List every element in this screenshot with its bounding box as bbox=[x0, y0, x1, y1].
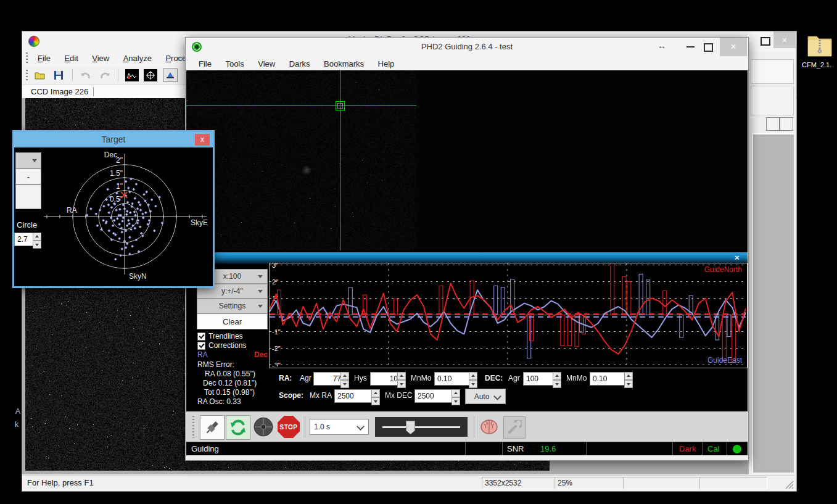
panel-button[interactable] bbox=[766, 117, 780, 131]
minimize-button[interactable] bbox=[687, 46, 695, 48]
connect-equipment-button[interactable] bbox=[200, 415, 225, 440]
pin-arrows-icon[interactable]: ↔ bbox=[658, 41, 666, 51]
scope-params-label: Scope: bbox=[279, 391, 303, 400]
phd2-bottom-edge bbox=[186, 455, 748, 460]
checkbox-checked-icon bbox=[197, 342, 205, 350]
checkbox-checked-icon bbox=[197, 333, 205, 341]
dec-agr-input[interactable]: 100 bbox=[523, 372, 556, 386]
dec-mode-dropdown[interactable]: Auto bbox=[465, 389, 506, 404]
stop-icon-label: STOP bbox=[279, 424, 297, 431]
graph-clear-label: Clear bbox=[223, 317, 242, 326]
screen-stretch-icon[interactable] bbox=[163, 68, 178, 82]
crosshair-vertical-line bbox=[340, 70, 340, 250]
maxim-maximize-button[interactable] bbox=[761, 37, 770, 46]
undo-icon[interactable] bbox=[79, 69, 93, 81]
target-scale-dropdown[interactable] bbox=[15, 152, 41, 168]
mxdec-input[interactable]: 2500 bbox=[414, 389, 455, 403]
status-panel-empty bbox=[699, 477, 767, 489]
circle-radius-spinner[interactable] bbox=[33, 233, 41, 249]
redo-icon[interactable] bbox=[98, 69, 112, 81]
dark-status: Dark bbox=[679, 444, 696, 453]
camera-settings-button[interactable] bbox=[503, 416, 526, 439]
histogram-icon[interactable] bbox=[125, 69, 139, 81]
phd2-close-button[interactable]: × bbox=[720, 38, 747, 56]
rms-dec-value: Dec 0.12 (0.81'') bbox=[203, 379, 257, 387]
ra-mnmo-input[interactable]: 0.10 bbox=[434, 372, 472, 386]
guide-frame-area[interactable] bbox=[186, 70, 748, 250]
toolbar-grip[interactable] bbox=[26, 70, 28, 81]
exposure-duration-value: 1.0 s bbox=[314, 423, 330, 431]
rms-tot-value: Tot 0.15 (0.98'') bbox=[204, 388, 255, 397]
cal-status: Cal bbox=[707, 444, 720, 453]
toolbar-separator bbox=[305, 416, 305, 438]
loop-exposures-button[interactable] bbox=[226, 415, 250, 440]
phd2-titlebar[interactable]: PHD2 Guiding 2.6.4 - test ↔ × bbox=[186, 38, 748, 56]
maxim-close-button[interactable]: × bbox=[773, 31, 796, 48]
maxim-menu-file[interactable]: File bbox=[32, 51, 56, 63]
resize-grip[interactable] bbox=[785, 481, 794, 489]
mxdec-spinner[interactable] bbox=[451, 389, 460, 405]
target-blank-button[interactable] bbox=[15, 184, 41, 209]
svg-text:1.5": 1.5" bbox=[110, 169, 123, 178]
dec-agr-spinner[interactable] bbox=[553, 372, 561, 388]
slider-track bbox=[382, 426, 460, 428]
ra-agr-input[interactable]: 77 bbox=[313, 372, 344, 386]
crosshair-icon[interactable] bbox=[144, 69, 157, 81]
maxim-menu-edit[interactable]: Edit bbox=[59, 51, 83, 63]
panel-box[interactable] bbox=[751, 59, 794, 84]
maxim-menu-analyze[interactable]: Analyze bbox=[118, 51, 157, 63]
dec-mnmo-input[interactable]: 0.10 bbox=[590, 372, 628, 386]
ra-agr-spinner[interactable] bbox=[340, 372, 349, 388]
dec-mnmo-spinner[interactable] bbox=[624, 372, 633, 388]
dec-series-label[interactable]: Dec bbox=[254, 350, 268, 359]
panel-button[interactable] bbox=[780, 117, 793, 131]
ra-params-label: RA: bbox=[279, 374, 292, 382]
advanced-settings-button[interactable] bbox=[479, 416, 500, 437]
guiding-status-led bbox=[733, 445, 741, 453]
panel-box[interactable] bbox=[751, 86, 794, 115]
phd2-menu-tools[interactable]: Tools bbox=[220, 57, 249, 68]
slider-thumb[interactable] bbox=[406, 421, 415, 434]
desktop-icon-cfm[interactable]: CFM_2.1. bbox=[801, 34, 837, 77]
stop-button[interactable]: STOP bbox=[278, 416, 300, 438]
phd2-statusbar: Guiding SNR 19.6 Dark Cal bbox=[186, 442, 748, 456]
status-image-size: 3352x2532 bbox=[482, 477, 557, 489]
exposure-duration-dropdown[interactable]: 1.0 s bbox=[310, 419, 369, 435]
phd2-menu-darks[interactable]: Darks bbox=[284, 57, 316, 68]
dec-params-label: DEC: bbox=[485, 374, 503, 382]
ra-mnmo-spinner[interactable] bbox=[469, 372, 477, 388]
brightness-slider[interactable] bbox=[375, 417, 468, 437]
tab-ccd-image[interactable]: CCD Image 226 bbox=[31, 87, 94, 96]
maxim-menu-view[interactable]: View bbox=[86, 51, 115, 63]
save-icon[interactable] bbox=[52, 69, 65, 81]
open-file-icon[interactable] bbox=[33, 69, 47, 81]
maxim-right-panel bbox=[748, 52, 796, 474]
phd2-menu-view[interactable]: View bbox=[252, 57, 281, 68]
phd2-menu-file[interactable]: File bbox=[193, 57, 217, 68]
mxra-input[interactable]: 2500 bbox=[334, 389, 375, 403]
corrections-checkbox[interactable]: Corrections bbox=[197, 341, 246, 350]
graph-clear-button[interactable]: Clear bbox=[197, 313, 268, 329]
toolbar-separator bbox=[72, 69, 73, 81]
lock-position-inner-box bbox=[337, 103, 343, 109]
ra-hys-spinner[interactable] bbox=[397, 372, 406, 388]
maximize-button[interactable] bbox=[704, 43, 713, 52]
ra-hys-input[interactable]: 10 bbox=[370, 372, 401, 386]
target-zoom-out-button[interactable]: - bbox=[15, 168, 41, 184]
target-close-button[interactable]: x bbox=[195, 134, 210, 146]
phd2-menu-bookmarks[interactable]: Bookmarks bbox=[318, 57, 369, 68]
status-separator bbox=[586, 442, 587, 456]
phd2-menu-help[interactable]: Help bbox=[373, 57, 400, 68]
guide-button[interactable] bbox=[253, 416, 274, 437]
menubar-grip[interactable] bbox=[26, 52, 28, 64]
guiding-graph-svg: 3"2"1"-1"-2"-3"GuideNorthGuideEast bbox=[270, 263, 746, 366]
trendlines-checkbox[interactable]: Trendlines bbox=[197, 332, 243, 341]
ra-series-label[interactable]: RA bbox=[197, 350, 208, 359]
ra-mnmo-label: MnMo bbox=[411, 374, 431, 382]
graph-settings-dropdown[interactable]: Settings bbox=[197, 299, 268, 313]
mxra-spinner[interactable] bbox=[371, 389, 380, 405]
target-titlebar[interactable]: Target x bbox=[14, 132, 213, 147]
graph-close-icon[interactable]: × bbox=[735, 253, 740, 262]
toolbar-grip[interactable] bbox=[192, 416, 194, 438]
panel-gray-area bbox=[752, 133, 794, 473]
